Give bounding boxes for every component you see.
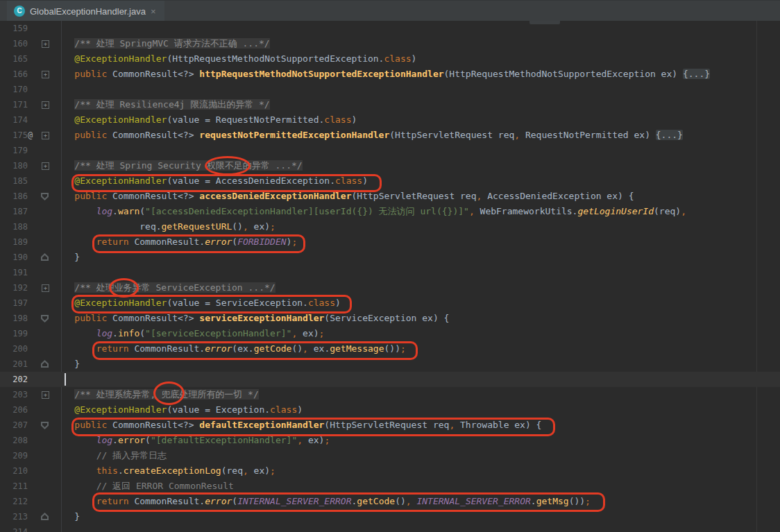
code-line-201[interactable]: 201 } [0,357,780,372]
code-line-197[interactable]: 197 @ExceptionHandler(value = ServiceExc… [0,295,780,311]
token-kw: public [74,69,107,79]
line-number[interactable]: 209 [0,448,28,463]
token-txt: CommonResult<?> [107,420,199,430]
code-line-209[interactable]: 209 // 插入异常日志 [0,448,780,463]
code-text: return CommonResult.error(INTERNAL_SERVE… [53,494,591,509]
code-text: /** 处理系统异常, 兜底处理所有的一切 */ [53,387,259,402]
fold-start-icon[interactable] [40,418,51,433]
code-line-190[interactable]: 190 } [0,250,780,265]
code-line-211[interactable]: 211 // 返回 ERROR CommonResult [0,479,780,494]
line-number[interactable]: 202 [0,372,28,387]
annotation-gutter-icon[interactable]: @ [28,128,33,143]
token-kw: class [270,404,297,415]
code-line-213[interactable]: 213 } [0,509,780,524]
code-line-210[interactable]: 210 this.createExceptionLog(req, ex); [0,463,780,479]
line-number[interactable]: 199 [0,326,28,341]
fold-expand-icon[interactable]: + [40,128,51,143]
line-number[interactable]: 171 [0,97,28,112]
fold-expand-icon[interactable]: + [40,387,51,402]
code-line-200[interactable]: 200 return CommonResult.error(ex.getCode… [0,341,780,357]
fold-end-icon[interactable] [40,250,51,265]
code-line-202[interactable]: 202 [0,372,780,387]
code-line-165[interactable]: 165 @ExceptionHandler(HttpRequestMethodN… [0,51,780,67]
fold-end-icon[interactable] [40,509,51,524]
fold-start-icon[interactable] [40,189,51,204]
code-line-185[interactable]: 185 @ExceptionHandler(value = AccessDeni… [0,173,780,189]
line-number[interactable]: 192 [0,280,28,295]
code-line-208[interactable]: 208 log.error("[defaultExceptionHandler]… [0,433,780,448]
line-number[interactable]: 213 [0,509,28,524]
code-line-191[interactable]: 191 [0,265,780,280]
token-mdecl: httpRequestMethodNotSupportedExceptionHa… [199,69,443,79]
code-line-188[interactable]: 188 req.getRequestURL(), ex); [0,219,780,234]
token-txt: ()) [384,343,400,354]
code-text: public CommonResult<?> httpRequestMethod… [53,67,710,82]
code-text: log.warn("[accessDeniedExceptionHandler]… [53,204,686,219]
code-line-174[interactable]: 174 @ExceptionHandler(value = RequestNot… [0,112,780,128]
line-number[interactable]: 214 [0,524,28,532]
fold-expand-icon[interactable]: + [40,158,51,173]
token-txt: CommonResult. [129,237,205,247]
line-number[interactable]: 187 [0,204,28,219]
fold-expand-icon[interactable]: + [40,67,51,82]
code-line-192[interactable]: 192+ /** 处理业务异常 ServiceException ...*/ [0,280,780,295]
line-number[interactable]: 212 [0,494,28,509]
line-number[interactable]: 179 [0,143,28,158]
token-txt: . [112,206,118,216]
fold-expand-icon[interactable]: + [40,97,51,112]
line-number[interactable]: 203 [0,387,28,402]
code-line-212[interactable]: 212 return CommonResult.error(INTERNAL_S… [0,494,780,509]
line-number[interactable]: 210 [0,463,28,479]
code-line-166[interactable]: 166+ public CommonResult<?> httpRequestM… [0,67,780,82]
line-number[interactable]: 189 [0,234,28,250]
line-number[interactable]: 186 [0,189,28,204]
line-number[interactable]: 211 [0,479,28,494]
code-line-207[interactable]: 207 public CommonResult<?> defaultExcept… [0,418,780,433]
line-number[interactable]: 188 [0,219,28,234]
line-number[interactable]: 185 [0,173,28,189]
line-number[interactable]: 160 [0,36,28,51]
line-number[interactable]: 191 [0,265,28,280]
token-punc: , [406,496,412,506]
code-line-189[interactable]: 189 return CommonResult.error(FORBIDDEN)… [0,234,780,250]
code-line-203[interactable]: 203+ /** 处理系统异常, 兜底处理所有的一切 */ [0,387,780,402]
line-number[interactable]: 165 [0,51,28,67]
code-line-214[interactable]: 214 [0,524,780,532]
line-number[interactable]: 180 [0,158,28,173]
code-line-206[interactable]: 206 @ExceptionHandler(value = Exception.… [0,402,780,418]
code-line-175[interactable]: 175@+ public CommonResult<?> requestNotP… [0,128,780,143]
line-number[interactable]: 197 [0,295,28,311]
code-line-179[interactable]: 179 [0,143,780,158]
java-class-icon: C [14,6,25,17]
code-line-159[interactable]: 159 [0,21,780,36]
line-number[interactable]: 159 [0,21,28,36]
code-line-180[interactable]: 180+ /** 处理 Spring Security 权限不足的异常 ...*… [0,158,780,173]
code-line-199[interactable]: 199 log.info("[serviceExceptionHandler]"… [0,326,780,341]
line-number[interactable]: 174 [0,112,28,128]
fold-expand-icon[interactable]: + [40,280,51,295]
code-line-186[interactable]: 186 public CommonResult<?> accessDeniedE… [0,189,780,204]
close-tab-icon[interactable]: × [151,6,156,17]
line-number[interactable]: 200 [0,341,28,357]
code-line-160[interactable]: 160+ /** 处理 SpringMVC 请求方法不正确 ...*/ [0,36,780,51]
line-number[interactable]: 206 [0,402,28,418]
code-editor[interactable]: 159160+ /** 处理 SpringMVC 请求方法不正确 ...*/16… [0,21,780,532]
fold-expand-icon[interactable]: + [40,36,51,51]
line-number[interactable]: 166 [0,67,28,82]
fold-start-icon[interactable] [40,311,51,326]
line-number[interactable]: 175 [0,128,28,143]
line-number[interactable]: 208 [0,433,28,448]
fold-end-icon[interactable] [40,357,51,372]
line-number[interactable]: 201 [0,357,28,372]
code-line-187[interactable]: 187 log.warn("[accessDeniedExceptionHand… [0,204,780,219]
line-number[interactable]: 207 [0,418,28,433]
token-punc: , [243,465,248,476]
line-number[interactable]: 190 [0,250,28,265]
token-const: INTERNAL_SERVER_ERROR [416,496,530,506]
code-line-170[interactable]: 170 [0,82,780,97]
line-number[interactable]: 170 [0,82,28,97]
code-line-198[interactable]: 198 public CommonResult<?> serviceExcept… [0,311,780,326]
code-line-171[interactable]: 171+ /** 处理 Resilience4j 限流抛出的异常 */ [0,97,780,112]
line-number[interactable]: 198 [0,311,28,326]
tab-global-exception-handler[interactable]: C GlobalExceptionHandler.java × [7,1,164,22]
